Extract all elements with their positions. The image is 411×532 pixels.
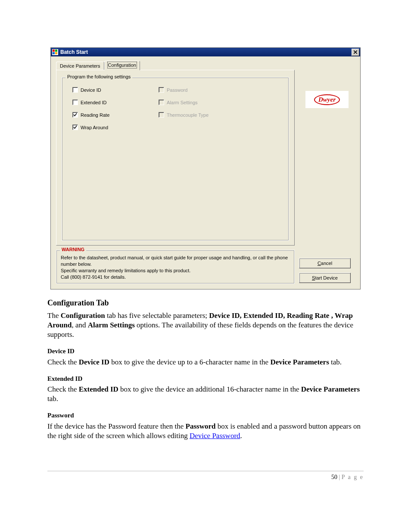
heading-extended-id: Extended ID bbox=[47, 375, 364, 383]
heading-configuration-tab: Configuration Tab bbox=[47, 298, 364, 308]
tab-configuration[interactable]: Configuration bbox=[104, 61, 140, 70]
checkbox-label: Alarm Settings bbox=[167, 100, 198, 105]
page-footer: 50 | P a g e bbox=[47, 471, 364, 481]
checkbox-icon bbox=[159, 87, 164, 93]
close-icon[interactable] bbox=[352, 49, 359, 56]
tab-device-parameters[interactable]: Device Parameters bbox=[56, 62, 104, 70]
checkbox-thermocouple-type: Thermocouple Type bbox=[159, 112, 245, 118]
warning-legend: WARNING bbox=[60, 247, 86, 252]
svg-rect-1 bbox=[53, 50, 55, 52]
checkbox-label: Wrap Around bbox=[81, 125, 108, 130]
checkbox-icon bbox=[159, 112, 164, 118]
checkbox-label: Reading Rate bbox=[81, 112, 109, 118]
paragraph: If the device has the Password feature t… bbox=[47, 422, 364, 441]
app-icon bbox=[52, 49, 59, 56]
warning-text: Refer to the datasheet, product manual, … bbox=[61, 255, 290, 280]
cancel-button[interactable]: Cancel bbox=[299, 258, 351, 268]
checkbox-reading-rate[interactable]: Reading Rate bbox=[72, 112, 159, 118]
link-device-password[interactable]: Device Password bbox=[190, 432, 240, 440]
settings-groupbox: Program the following settings Device ID… bbox=[62, 77, 289, 241]
checkbox-label: Device ID bbox=[81, 87, 101, 93]
brand-logo: Dwyer bbox=[305, 91, 349, 108]
svg-rect-3 bbox=[53, 52, 55, 54]
groupbox-legend: Program the following settings bbox=[65, 74, 132, 79]
tab-content: Program the following settings Device ID… bbox=[56, 70, 295, 246]
titlebar: Batch Start bbox=[51, 48, 360, 56]
tabs: Device Parameters Configuration bbox=[56, 61, 295, 70]
checkbox-extended-id[interactable]: Extended ID bbox=[72, 100, 159, 105]
checkbox-device-id[interactable]: Device ID bbox=[72, 87, 159, 93]
checkbox-alarm-settings: Alarm Settings bbox=[159, 100, 245, 105]
start-device-button[interactable]: Start Device bbox=[299, 273, 351, 283]
document-body: Configuration Tab The Configuration tab … bbox=[47, 298, 364, 441]
checkbox-label: Extended ID bbox=[81, 100, 107, 105]
warning-groupbox: WARNING Refer to the datasheet, product … bbox=[56, 250, 295, 284]
checkbox-icon bbox=[72, 112, 78, 118]
checkbox-icon bbox=[72, 87, 78, 93]
checkbox-label: Thermocouple Type bbox=[167, 112, 209, 118]
paragraph: Check the Extended ID box to give the de… bbox=[47, 385, 364, 404]
checkbox-icon bbox=[72, 100, 78, 105]
checkbox-password: Password bbox=[159, 87, 245, 93]
checkbox-icon bbox=[72, 124, 78, 130]
svg-rect-4 bbox=[55, 52, 57, 54]
heading-password: Password bbox=[47, 411, 364, 420]
batch-start-window: Batch Start Device Parameters Configurat… bbox=[50, 47, 361, 289]
window-title: Batch Start bbox=[60, 49, 352, 55]
checkbox-label: Password bbox=[167, 87, 187, 93]
checkbox-icon bbox=[159, 100, 164, 105]
heading-device-id: Device ID bbox=[47, 347, 364, 356]
checkbox-wrap-around[interactable]: Wrap Around bbox=[72, 124, 159, 130]
paragraph: Check the Device ID box to give the devi… bbox=[47, 358, 364, 367]
svg-rect-2 bbox=[55, 50, 57, 52]
paragraph: The Configuration tab has five selectabl… bbox=[47, 311, 364, 339]
